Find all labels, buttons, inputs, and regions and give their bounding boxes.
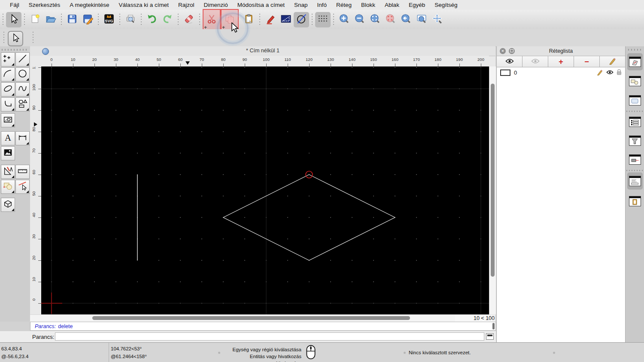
- keyboard-toggle-icon[interactable]: [486, 333, 494, 340]
- triangle-box-icon: [280, 13, 292, 26]
- undock-icon[interactable]: [509, 48, 515, 54]
- canvas-shapes: [41, 66, 489, 314]
- layer-edit-pencil-icon[interactable]: [597, 69, 603, 77]
- menu-layer[interactable]: Réteg: [331, 2, 356, 8]
- divide-circle-button[interactable]: [294, 12, 309, 27]
- drawing-canvas[interactable]: [41, 66, 489, 314]
- close-icon[interactable]: ✕: [500, 48, 506, 54]
- delete-eraser-button[interactable]: [181, 12, 197, 27]
- menu-file[interactable]: Fájl: [5, 2, 24, 8]
- layer-list-window-icon: [629, 57, 641, 67]
- menu-block[interactable]: Blokk: [356, 2, 380, 8]
- save-as-button[interactable]: [80, 12, 95, 27]
- paste-button[interactable]: [241, 12, 257, 27]
- dock-icon-command-options[interactable]: [627, 151, 643, 168]
- export-svg-button[interactable]: SVG: [101, 12, 117, 27]
- drawing-window-titlebar[interactable]: * Cím nélkül 1: [30, 46, 495, 56]
- dock-icon-command-line[interactable]: [627, 172, 643, 190]
- toolbar-drag-handle[interactable]: [3, 32, 4, 44]
- zoom-previous-button[interactable]: [398, 12, 414, 27]
- zoom-auto-button[interactable]: [368, 12, 383, 27]
- dock-icon-entity-list[interactable]: [627, 113, 643, 130]
- dock-icon-library-browser[interactable]: [627, 92, 643, 109]
- pan-button[interactable]: [429, 12, 445, 27]
- menu-help[interactable]: Segítség: [430, 2, 462, 8]
- polyline-icon: [3, 98, 13, 111]
- menu-select[interactable]: Válassza ki a címet: [114, 2, 173, 8]
- selection-tool-button[interactable]: [8, 31, 23, 46]
- dock-icon-block-list[interactable]: [627, 72, 643, 90]
- zoom-window-icon: [416, 13, 427, 26]
- arcs-tool-button[interactable]: [1, 67, 15, 81]
- toolbar-drag-handle[interactable]: [3, 14, 3, 26]
- save-button[interactable]: [64, 12, 80, 27]
- add-layer-button[interactable]: +: [548, 56, 574, 67]
- menu-view[interactable]: A megtekintése: [65, 2, 114, 8]
- circles-tool-button[interactable]: [15, 67, 30, 81]
- horizontal-scrollbar-thumb[interactable]: [92, 316, 410, 320]
- menu-window[interactable]: Ablak: [380, 2, 404, 8]
- measure-tool-button[interactable]: [15, 165, 30, 179]
- ellipses-tool-button[interactable]: [1, 82, 15, 97]
- points-tool-button[interactable]: [1, 52, 15, 66]
- status-bar: 63.4,83.4 @-56.6,23.4 104.7622<53° @61.2…: [0, 342, 644, 362]
- undo-button[interactable]: [144, 12, 160, 27]
- print-preview-button[interactable]: [123, 12, 138, 27]
- vertical-scrollbar-thumb[interactable]: [491, 84, 495, 277]
- modify-tool-button[interactable]: [1, 165, 15, 179]
- layer-visibility-eye-icon[interactable]: [606, 69, 614, 76]
- command-window-icon: [629, 176, 641, 186]
- menu-info[interactable]: Infó: [313, 2, 332, 8]
- lines-tool-button[interactable]: [15, 52, 30, 66]
- dock-icon-selection-filter[interactable]: [627, 132, 643, 149]
- dimension-box-button[interactable]: [278, 12, 294, 27]
- image-tool-button[interactable]: [1, 146, 15, 160]
- zoom-window-button[interactable]: [414, 12, 429, 27]
- hide-all-layers-button[interactable]: [522, 56, 548, 67]
- layer-row[interactable]: 0: [497, 67, 625, 78]
- toolbar-separator: [141, 14, 142, 26]
- dimensions-tool-button[interactable]: [15, 131, 30, 145]
- horizontal-scrollbar[interactable]: [30, 314, 489, 322]
- edit-layer-button[interactable]: [600, 56, 625, 67]
- zoom-out-button[interactable]: [352, 12, 368, 27]
- menu-modify[interactable]: Módosítsa a címet: [233, 2, 289, 8]
- modify-attributes-tool-button[interactable]: [1, 180, 15, 194]
- pencil-icon: [609, 57, 617, 66]
- command-history-scrollbar[interactable]: [492, 323, 495, 329]
- shapes-tool-button[interactable]: [15, 97, 30, 112]
- dock-icon-layer-list[interactable]: [627, 53, 643, 70]
- menu-snap[interactable]: Snap: [289, 2, 313, 8]
- layer-color-swatch[interactable]: [500, 69, 510, 76]
- splines-tool-button[interactable]: [15, 82, 30, 97]
- layer-lock-icon[interactable]: [617, 69, 622, 76]
- pen-attributes-button[interactable]: [263, 12, 278, 27]
- snap-grid-button[interactable]: [315, 12, 331, 27]
- select-entity-tool-button[interactable]: [15, 180, 30, 194]
- dock-separator: [626, 170, 644, 171]
- command-history[interactable]: Parancs: delete: [30, 322, 496, 331]
- vertical-scrollbar[interactable]: [489, 66, 496, 314]
- menu-draw[interactable]: Rajzol: [173, 2, 199, 8]
- text-tool-button[interactable]: A: [1, 131, 15, 145]
- palette-drag-handle[interactable]: [2, 49, 28, 51]
- new-document-button[interactable]: [27, 12, 43, 27]
- v-ruler: 0102030405060708090100110: [30, 66, 42, 314]
- remove-layer-button[interactable]: −: [574, 56, 600, 67]
- solid-3d-tool-button[interactable]: [1, 198, 15, 212]
- command-input[interactable]: [55, 332, 484, 341]
- zoom-in-button[interactable]: [337, 12, 352, 27]
- menu-dimension[interactable]: Dimenzió: [199, 2, 232, 8]
- show-all-layers-button[interactable]: [497, 56, 522, 67]
- menu-edit[interactable]: Szerkesztés: [24, 2, 65, 8]
- dock-drag-handle[interactable]: [628, 49, 642, 51]
- mouse-icon: [306, 344, 316, 361]
- dock-icon-clipboard[interactable]: [627, 193, 643, 210]
- polylines-tool-button[interactable]: [1, 97, 15, 112]
- zoom-selected-button[interactable]: [383, 12, 398, 27]
- select-pointer-button[interactable]: [6, 12, 21, 27]
- hatch-tool-button[interactable]: [1, 113, 15, 127]
- redo-button[interactable]: [160, 12, 175, 27]
- menu-misc[interactable]: Egyéb: [404, 2, 430, 8]
- open-file-button[interactable]: [43, 12, 58, 27]
